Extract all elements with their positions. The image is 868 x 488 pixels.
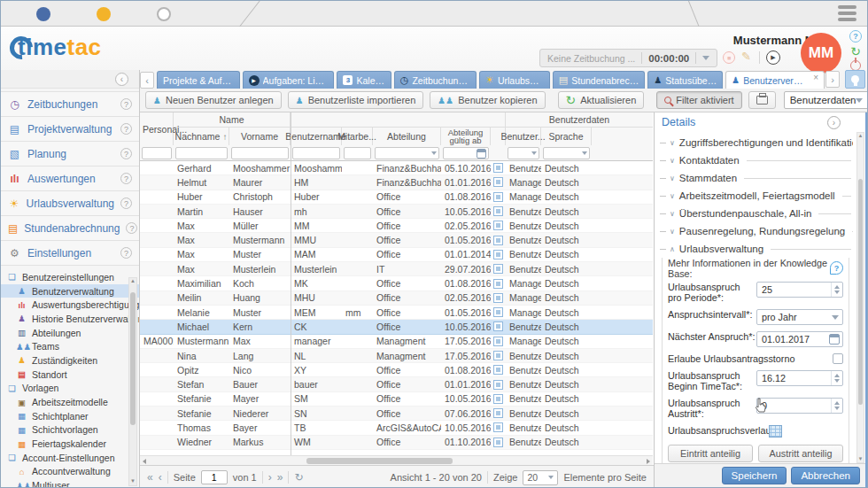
periode-spinner-input[interactable]: 25 (756, 282, 843, 298)
table-row[interactable]: Opitz Nico XY Office 01.08.2016 Benutzer… (140, 363, 653, 377)
column-header-benutzername[interactable]: Benutzername (291, 128, 342, 145)
column-header-sprache[interactable]: Sprache (541, 128, 592, 145)
table-row[interactable]: Huber Christoph Huber Office 01.08.2016 … (140, 190, 653, 205)
austritt-anteilig-button[interactable]: Austritt anteilig (758, 445, 843, 462)
scroll-right-icon[interactable] (647, 459, 650, 464)
help-icon[interactable]: ? (120, 247, 132, 259)
details-section[interactable]: ∨ Überstundenpauschale, All-in (660, 205, 851, 222)
table-row[interactable]: Maximilian Koch MK Office 01.08.2016 Man… (140, 276, 653, 290)
details-section[interactable]: ∨ Pausenregelung, Rundungsregelung (660, 222, 851, 240)
scroll-up-icon[interactable]: ▲ (130, 278, 136, 283)
table-row[interactable]: Nina Lang NL Managment 17.05.2016 Benutz… (140, 349, 653, 363)
filter-nachname-input[interactable] (178, 149, 225, 159)
filter-benutzername-input[interactable] (295, 149, 337, 159)
help-icon[interactable]: ? (120, 148, 132, 159)
sidebar-nav-item[interactable]: ☀ Urlaubsverwaltung ? (1, 191, 139, 216)
user-data-grid-icon[interactable] (493, 192, 503, 202)
column-header-vorname[interactable]: Vorname (229, 128, 291, 145)
scrollbar-thumb[interactable] (130, 292, 136, 425)
help-icon[interactable]: ? (126, 222, 137, 234)
import-user-list-button[interactable]: ♟ Benutzerliste importieren (288, 91, 424, 109)
table-row[interactable]: Max Muster MAM Office 01.01.2014 Benutze… (140, 248, 653, 262)
scrollbar-thumb[interactable] (306, 458, 453, 464)
anspruch-austritt-spinner-input[interactable]: 0 (756, 398, 843, 414)
user-data-grid-icon[interactable] (493, 163, 503, 173)
filter-rolle-select[interactable] (508, 147, 539, 159)
filter-gueltig-input[interactable] (446, 149, 477, 159)
table-row[interactable]: MA0001 Mustermann Max manager Managment … (140, 335, 653, 349)
sidebar-tree-item[interactable]: ▣ Arbeitszeitmodelle (1, 395, 139, 409)
user-data-grid-icon[interactable] (493, 206, 503, 216)
table-row[interactable]: Wiedner Markus WM Office 01.10.2016 Benu… (140, 436, 653, 450)
menu-icon[interactable] (838, 5, 856, 21)
filter-active-button[interactable]: Filter aktiviert (656, 91, 741, 109)
anspruch-beginn-spinner-input[interactable]: 16.12 (756, 370, 843, 386)
tab-scroll-left-button[interactable]: ‹ (140, 72, 154, 89)
table-row[interactable]: Stefanie Niederer SN Office 07.06.2016 B… (140, 407, 653, 421)
sidebar-tree-item[interactable]: ▥ Abteilungen (1, 326, 139, 340)
column-header-personal[interactable]: Personal... (140, 112, 174, 145)
anspruchsverlauf-grid-button[interactable] (769, 425, 782, 438)
help-icon[interactable]: ? (120, 173, 132, 184)
sidebar-tree-item[interactable]: ❏ Benutzereinstellungen (1, 270, 139, 284)
table-row[interactable]: Helmut Maurer HM Finanz&Buchhaltung 01.0… (140, 175, 653, 190)
user-data-grid-icon[interactable] (493, 250, 503, 259)
reload-icon[interactable]: ↻ (294, 471, 303, 484)
sidebar-tree-item[interactable]: ▤ Standort (1, 368, 139, 382)
tab[interactable]: ◷ Zeitbuchungsliste (394, 71, 477, 89)
scroll-up-icon[interactable]: ▲ (858, 133, 864, 138)
details-collapse-button[interactable]: › (827, 116, 841, 129)
user-data-grid-icon[interactable] (493, 408, 503, 418)
sidebar-tree-item[interactable]: ⌂ Accountverwaltung (1, 465, 139, 479)
table-row[interactable]: Max Mustermann MMU Office 01.05.2016 Ben… (140, 233, 653, 247)
details-section[interactable]: ∨ Kontaktdaten (660, 151, 851, 169)
sidebar-nav-item[interactable]: ılı Auswertungen ? (1, 167, 139, 191)
spinner-arrows-icon[interactable] (831, 371, 842, 385)
filter-abteilung-select[interactable] (375, 147, 439, 159)
details-scrollbar[interactable]: ▲ ▼ (856, 132, 864, 463)
sidebar-tree-item[interactable]: ♟ Zuständigkeiten (1, 353, 139, 368)
table-row[interactable]: Melanie Muster MEM mm Office 01.05.2016 … (140, 306, 653, 320)
window-control-icon[interactable] (97, 7, 111, 21)
edit-note-icon[interactable]: ✎ (741, 50, 751, 63)
view-select[interactable]: Benutzerdaten (784, 91, 868, 109)
filter-vorname[interactable] (231, 147, 289, 159)
cancel-button[interactable]: Abbrechen (791, 467, 860, 484)
user-data-grid-icon[interactable] (493, 422, 503, 432)
filter-sprache-input[interactable] (546, 149, 582, 159)
tab[interactable]: ♟ Statusübersicht (647, 71, 723, 89)
filter-personal-input[interactable] (144, 149, 169, 159)
filter-rolle-input[interactable] (510, 149, 531, 159)
horizontal-scrollbar[interactable] (140, 455, 653, 465)
details-section-urlaubsverwaltung[interactable]: ∧ Urlaubsverwaltung (660, 240, 851, 258)
details-section[interactable]: ∨ Arbeitszeitmodell, Feiertagsmodell (660, 187, 851, 205)
help-icon[interactable]: ? (120, 98, 132, 110)
sidebar-nav-item[interactable]: ◷ Zeitbuchungen ? (1, 92, 139, 117)
user-data-grid-icon[interactable] (493, 380, 503, 390)
sidebar-tree-item[interactable]: ❏ Vorlagen (1, 382, 139, 396)
user-data-grid-icon[interactable] (493, 351, 503, 360)
chevron-down-icon[interactable] (702, 56, 709, 60)
page-number-input[interactable] (201, 470, 228, 484)
prev-page-button[interactable]: ‹ (159, 471, 162, 484)
tab[interactable]: ☀ Urlaubsplaner (479, 71, 550, 89)
last-page-button[interactable]: » (277, 471, 283, 484)
spinner-arrows-icon[interactable] (831, 399, 842, 413)
refresh-button[interactable]: ↻ Aktualisieren (558, 91, 645, 109)
copy-user-button[interactable]: ♟♟ Benutzer kopieren (430, 91, 545, 109)
save-button[interactable]: Speichern (722, 467, 787, 484)
tab[interactable]: 3 Kalender (337, 71, 391, 89)
storno-checkbox[interactable] (833, 353, 843, 364)
new-user-button[interactable]: ♟ Neuen Benutzer anlegen (145, 91, 282, 109)
sidebar-tree-item[interactable]: ▦ Schichtplaner (1, 409, 139, 423)
spinner-arrows-icon[interactable] (831, 283, 842, 297)
scrollbar-thumb[interactable] (858, 179, 863, 405)
help-icon[interactable]: ? (849, 30, 862, 43)
table-row[interactable]: Max Musterlein Musterlein IT 29.07.2016 … (140, 262, 653, 276)
user-data-grid-icon[interactable] (493, 337, 503, 346)
user-data-grid-icon[interactable] (493, 264, 503, 274)
filter-mitarbeiter[interactable] (344, 147, 371, 159)
sidebar-nav-item[interactable]: ▧ Planung ? (1, 142, 139, 167)
stop-recording-icon[interactable]: ■ (723, 51, 735, 64)
sidebar-tree-item[interactable]: ılı Auswertungsberechtigungen (1, 298, 139, 312)
